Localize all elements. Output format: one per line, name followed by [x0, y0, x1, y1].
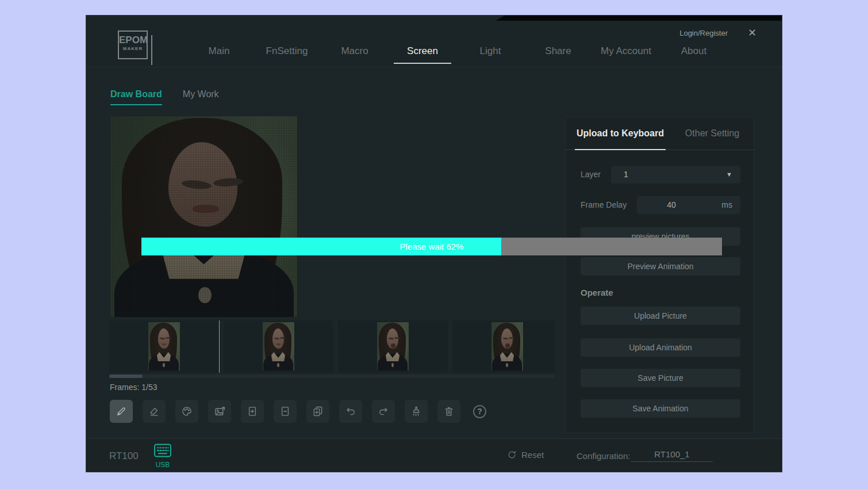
- reset-icon: [507, 450, 517, 460]
- status-bar: RT100 USB Reset Configuration: RT100_1: [86, 438, 782, 472]
- nav-item-share[interactable]: Share: [524, 45, 592, 64]
- frame-delay-unit: ms: [721, 196, 732, 214]
- nav-item-my-account[interactable]: My Account: [592, 45, 660, 64]
- help-button[interactable]: ?: [473, 405, 486, 418]
- image-import-icon: [214, 406, 226, 418]
- undo-icon: [345, 406, 356, 417]
- thumbnail-scrollbar-thumb[interactable]: [109, 375, 143, 378]
- eraser-tool-button[interactable]: [143, 400, 166, 423]
- canvas-dim-overlay: [110, 116, 297, 317]
- frame-thumbnail-1[interactable]: [109, 320, 219, 373]
- configuration-label: Configuration:: [577, 451, 630, 461]
- copy-plus-icon: [312, 406, 324, 417]
- chevron-down-icon: ▼: [726, 166, 732, 184]
- nav-item-screen[interactable]: Screen: [389, 45, 456, 64]
- reset-label: Reset: [521, 450, 544, 460]
- frames-counter: Frames: 1/53: [110, 383, 157, 392]
- frame-delay-input[interactable]: 40 ms: [637, 196, 740, 214]
- reset-button[interactable]: Reset: [507, 450, 544, 460]
- nav-item-main[interactable]: Main: [185, 45, 253, 64]
- logo-text-maker: MAKER: [119, 46, 147, 51]
- logo-text-epom: EPOM: [119, 35, 147, 46]
- upload-progress-bar: Please wait 62%: [141, 238, 722, 255]
- nav-item-fnsetting[interactable]: FnSetting: [253, 45, 321, 64]
- eraser-icon: [148, 406, 160, 417]
- draw-toolbar: ?: [110, 400, 486, 423]
- upload-animation-button[interactable]: Upload Animation: [581, 338, 740, 357]
- save-animation-button[interactable]: Save Animation: [581, 399, 740, 418]
- upload-picture-button[interactable]: Upload Picture: [581, 307, 740, 325]
- preview-animation-button[interactable]: Preview Animation: [581, 257, 740, 276]
- configuration-select[interactable]: RT100_1: [631, 447, 713, 462]
- upload-panel: Upload to Keyboard Other Setting Layer 1…: [565, 117, 754, 433]
- nav-item-about[interactable]: About: [660, 45, 728, 64]
- keyboard-icon: [153, 442, 172, 459]
- app-window: EPOM MAKER Main FnSetting Macro Screen L…: [86, 16, 782, 472]
- pencil-tool-button[interactable]: [110, 400, 133, 423]
- save-picture-button[interactable]: Save Picture: [581, 369, 740, 387]
- layer-dropdown[interactable]: 1 ▼: [611, 166, 740, 184]
- redo-icon: [378, 406, 389, 417]
- logo-box: EPOM MAKER: [118, 30, 148, 59]
- clean-tool-button[interactable]: [405, 400, 428, 423]
- window-top-notch: [496, 16, 782, 21]
- frame-thumbnail-2[interactable]: [224, 320, 333, 373]
- trash-icon: [443, 406, 455, 417]
- file-plus-icon: [247, 406, 258, 417]
- remove-frame-tool-button[interactable]: [274, 400, 297, 423]
- nav-item-macro[interactable]: Macro: [321, 45, 389, 64]
- panel-tabs: Upload to Keyboard Other Setting: [566, 117, 754, 150]
- add-frame-tool-button[interactable]: [241, 400, 264, 423]
- epomaker-logo: EPOM MAKER: [118, 29, 152, 60]
- frame-thumbnail-3[interactable]: [338, 320, 448, 373]
- tab-upload-to-keyboard[interactable]: Upload to Keyboard: [575, 117, 666, 150]
- tab-draw-board[interactable]: Draw Board: [110, 89, 162, 105]
- broom-icon: [410, 406, 422, 417]
- device-name: RT100: [109, 450, 139, 462]
- pencil-icon: [116, 406, 127, 417]
- import-image-tool-button[interactable]: [208, 400, 231, 423]
- frame-delay-value: 40: [637, 196, 706, 214]
- frame-delay-label: Frame Delay: [581, 196, 627, 214]
- tab-other-setting[interactable]: Other Setting: [675, 117, 750, 150]
- file-minus-icon: [279, 406, 291, 417]
- layer-label: Layer: [581, 166, 601, 184]
- thumbnail-scrollbar[interactable]: [109, 375, 555, 378]
- screen-subtabs: Draw Board My Work: [110, 89, 219, 105]
- login-register-link[interactable]: Login/Register: [679, 29, 728, 37]
- redo-tool-button[interactable]: [372, 400, 395, 423]
- progress-label: Please wait 62%: [141, 238, 722, 255]
- device-connection[interactable]: USB: [151, 442, 174, 469]
- main-nav: Main FnSetting Macro Screen Light Share …: [185, 45, 728, 64]
- close-icon[interactable]: ✕: [748, 26, 756, 39]
- operate-label: Operate: [581, 288, 613, 297]
- palette-tool-button[interactable]: [175, 400, 198, 423]
- usb-status-label: USB: [151, 461, 174, 469]
- undo-tool-button[interactable]: [339, 400, 362, 423]
- logo-m-tail: [151, 35, 152, 65]
- delete-tool-button[interactable]: [437, 400, 460, 423]
- palette-icon: [181, 406, 193, 417]
- top-navbar: EPOM MAKER Main FnSetting Macro Screen L…: [86, 16, 782, 67]
- layer-dropdown-value: 1: [624, 166, 628, 184]
- frame-thumbnail-strip: [109, 320, 555, 373]
- nav-item-light[interactable]: Light: [456, 45, 524, 64]
- tab-my-work[interactable]: My Work: [183, 89, 219, 105]
- duplicate-frame-tool-button[interactable]: [306, 400, 329, 423]
- frame-thumbnail-4[interactable]: [452, 320, 555, 373]
- draw-board-canvas[interactable]: [110, 116, 297, 317]
